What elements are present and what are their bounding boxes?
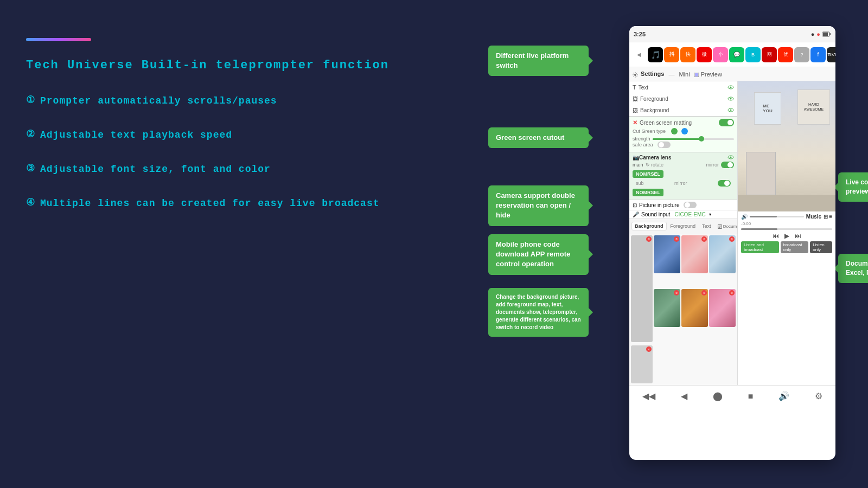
- tab-text[interactable]: Text: [699, 222, 714, 230]
- mirror-toggle[interactable]: [721, 162, 734, 168]
- nomrsel-button[interactable]: NOMRSEL: [633, 170, 663, 178]
- tab-settings[interactable]: Settings: [633, 70, 664, 77]
- nomrsel-row: NOMRSEL: [633, 169, 734, 179]
- platform-10-icon[interactable]: ?: [794, 47, 809, 62]
- music-prev-icon[interactable]: ⏮: [773, 232, 779, 240]
- thumb-white-delete[interactable]: ×: [646, 346, 652, 352]
- svg-point-11: [730, 110, 732, 111]
- feature-text-2: Adjustable text playback speed: [40, 128, 232, 143]
- sub-label: sub: [636, 181, 644, 186]
- green-screen-label: Green screen matting: [640, 120, 692, 126]
- phone-frame: 3:25 ● ● ◀ 🎵 抖 快 微 小 💬 B 网 优: [629, 26, 835, 460]
- pip-toggle[interactable]: [684, 202, 697, 208]
- facebook-icon[interactable]: f: [810, 47, 826, 62]
- platform-left-arrow[interactable]: ◀: [631, 47, 647, 62]
- mirror-label: mirror: [706, 162, 719, 168]
- tab-preview[interactable]: Preview: [694, 71, 722, 78]
- thumb-autumn-delete[interactable]: ×: [701, 290, 707, 296]
- thumb-mountain[interactable]: ×: [654, 289, 680, 327]
- music-expand-icon[interactable]: ⊞: [824, 214, 828, 220]
- nav-stop-icon[interactable]: ■: [748, 391, 754, 401]
- thumb-white[interactable]: ×: [631, 345, 653, 383]
- platform-8-icon[interactable]: 网: [762, 47, 777, 62]
- settings-icon: [633, 72, 638, 78]
- pip-row: ⊡ Picture in picture: [629, 200, 737, 210]
- thumb-flower-delete[interactable]: ×: [729, 290, 735, 296]
- safe-area-toggle[interactable]: [658, 142, 671, 148]
- sidebar-text[interactable]: T Text: [629, 81, 737, 93]
- listen-broadcast-button[interactable]: Listen and broadcast: [741, 241, 779, 253]
- listen-only-button[interactable]: Listen only: [810, 241, 832, 253]
- thumb-mountain-delete[interactable]: ×: [674, 290, 679, 296]
- callout-green-screen: Green screen cutout: [488, 127, 589, 148]
- nav-back-icon[interactable]: ◀◀: [642, 391, 655, 401]
- thumb-product-delete[interactable]: ×: [729, 236, 735, 242]
- main-title: Tech Universe Built-in teleprompter func…: [26, 59, 395, 72]
- right-panel: Different live platform switch Green scr…: [597, 26, 825, 460]
- main-camera-row: main ↻ rotate mirror: [633, 160, 734, 169]
- feature-number-4: ④: [26, 196, 35, 208]
- platform-4-icon[interactable]: 微: [697, 47, 712, 62]
- thumb-product[interactable]: ×: [709, 235, 736, 273]
- platform-2-icon[interactable]: 抖: [664, 47, 679, 62]
- tab-background[interactable]: Background: [631, 222, 667, 230]
- strength-slider[interactable]: [653, 138, 734, 140]
- tiktok-icon[interactable]: 🎵: [648, 47, 663, 62]
- thumb-autumn[interactable]: ×: [681, 289, 708, 327]
- thumb-city-delete[interactable]: ×: [674, 236, 679, 242]
- sidebar-background[interactable]: 🖼 Background: [629, 105, 737, 116]
- platform-9-icon[interactable]: 优: [778, 47, 793, 62]
- wechat-icon[interactable]: 💬: [729, 47, 744, 62]
- nav-home-icon[interactable]: ⬤: [713, 391, 723, 401]
- camera-lens-label: Camera lens: [639, 155, 671, 160]
- feature-number-2: ②: [26, 128, 35, 140]
- sidebar-foreground[interactable]: 🖼 Foreground: [629, 93, 737, 105]
- green-screen-toggle[interactable]: [719, 119, 734, 126]
- music-next-icon[interactable]: ⏭: [795, 232, 801, 240]
- nomrsel-sub-button[interactable]: NOMRSEL: [633, 189, 663, 196]
- thumb-city[interactable]: ×: [654, 235, 680, 273]
- thumbnails-grid: × × × × ×: [629, 234, 737, 344]
- nav-volume-icon[interactable]: 🔊: [778, 391, 789, 401]
- thumb-tall[interactable]: ×: [631, 235, 653, 342]
- sound-dropdown-icon[interactable]: ▾: [709, 212, 711, 217]
- preview-floor: [738, 195, 835, 211]
- music-progress-fill: [741, 228, 777, 230]
- broadcast-only-button[interactable]: broadcast only: [781, 241, 809, 253]
- platform-7-icon[interactable]: B: [745, 47, 761, 62]
- slider-thumb: [699, 136, 704, 142]
- pip-icon: ⊡: [633, 202, 637, 208]
- rotate-icon[interactable]: ↻ rotate: [646, 162, 664, 168]
- dot-green-icon[interactable]: [671, 128, 678, 134]
- sub-mirror-toggle[interactable]: [718, 180, 731, 187]
- nav-settings-icon[interactable]: ⚙: [815, 391, 822, 401]
- music-more-icon[interactable]: ≡: [829, 214, 832, 220]
- thumb-bottom-row: ×: [629, 344, 737, 385]
- gradient-bar: [26, 38, 91, 41]
- pip-label: Picture in picture: [639, 202, 679, 208]
- svg-rect-2: [823, 33, 828, 36]
- music-play-icon[interactable]: ▶: [784, 232, 789, 240]
- sub-mirror-label: mirror: [674, 181, 687, 186]
- feature-text-3: Adjustable font size, font and color: [40, 162, 271, 177]
- tab-foreground[interactable]: Foreground: [668, 222, 699, 230]
- platform-5-icon[interactable]: 小: [713, 47, 728, 62]
- dot-blue-icon[interactable]: [681, 128, 688, 134]
- preview-area: MEYOU HARDAWESOME: [738, 81, 835, 211]
- main-label: main: [633, 162, 643, 168]
- tab-document[interactable]: Document: [715, 223, 737, 230]
- thumb-stationery-delete[interactable]: ×: [701, 236, 707, 242]
- nav-left-icon[interactable]: ◀: [681, 391, 687, 401]
- thumb-flower[interactable]: ×: [709, 289, 736, 327]
- green-screen-section: ✕ Green screen matting Cut Green type st…: [629, 116, 737, 152]
- svg-rect-5: [695, 73, 698, 76]
- thumb-stationery[interactable]: ×: [681, 235, 708, 273]
- background-icon: 🖼: [633, 107, 638, 113]
- toggle-on-icon[interactable]: [719, 119, 734, 126]
- platform-3-icon[interactable]: 快: [680, 47, 695, 62]
- thumb-delete-icon[interactable]: ×: [646, 236, 652, 242]
- tab-mini[interactable]: Mini: [679, 71, 690, 78]
- music-progress[interactable]: [741, 228, 832, 230]
- music-controls: ⏮ ▶ ⏭: [741, 232, 832, 240]
- platform-12-icon[interactable]: TikTok: [827, 47, 835, 62]
